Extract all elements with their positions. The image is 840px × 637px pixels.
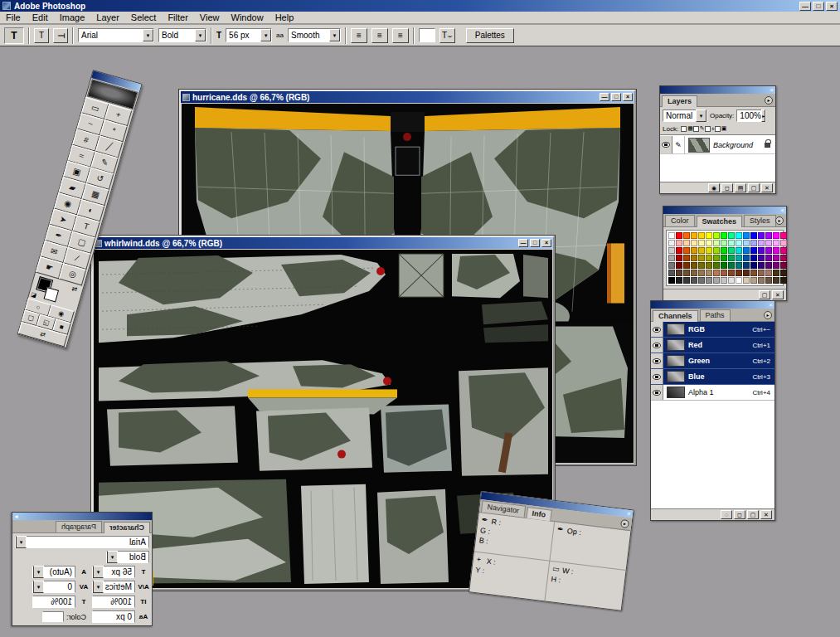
swatch-4-8[interactable] <box>728 262 735 269</box>
swatch-6-12[interactable] <box>758 277 765 284</box>
swatch-6-4[interactable] <box>698 277 705 284</box>
swatch-5-8[interactable] <box>728 270 735 276</box>
swatch-3-13[interactable] <box>765 255 772 261</box>
swatch-3-4[interactable] <box>698 255 705 261</box>
swatch-5-12[interactable] <box>758 270 765 276</box>
palette-titlebar[interactable]: × <box>660 86 775 94</box>
swatch-5-0[interactable] <box>668 270 675 276</box>
swatch-6-10[interactable] <box>743 277 750 284</box>
warp-text-button[interactable]: T⌣ <box>439 28 455 43</box>
swatch-4-7[interactable] <box>721 262 727 269</box>
swatch-4-15[interactable] <box>780 262 787 269</box>
swatch-0-1[interactable] <box>676 232 682 239</box>
app-titlebar[interactable]: Adobe Photoshop — □ × <box>0 0 840 12</box>
swatch-3-11[interactable] <box>750 255 757 261</box>
swatch-0-3[interactable] <box>691 232 697 239</box>
lock-position-checkbox[interactable] <box>705 126 711 132</box>
swatch-6-8[interactable] <box>728 277 735 284</box>
swatch-4-0[interactable] <box>668 262 675 269</box>
font-size-select[interactable]: 56 px▼ <box>226 28 272 42</box>
swatch-5-10[interactable] <box>743 270 750 276</box>
menu-item-file[interactable]: File <box>0 12 27 22</box>
swatch-6-5[interactable] <box>706 277 712 284</box>
swatch-2-3[interactable] <box>691 247 697 254</box>
menu-item-help[interactable]: Help <box>269 12 300 22</box>
swatch-1-5[interactable] <box>706 240 712 246</box>
align-right-button[interactable]: ≡ <box>392 28 409 43</box>
vertical-type-button[interactable]: T <box>53 28 68 43</box>
swatch-2-2[interactable] <box>683 247 690 254</box>
opacity-input[interactable]: 100%▸ <box>736 109 766 122</box>
menu-item-select[interactable]: Select <box>125 12 163 22</box>
channel-row-green[interactable]: GreenCtrl+2 <box>651 353 774 369</box>
load-channel-selection-icon[interactable]: ◌ <box>721 510 732 519</box>
swatch-1-14[interactable] <box>773 240 779 246</box>
tab-color[interactable]: Color <box>665 215 695 226</box>
delete-layer-icon[interactable]: ✕ <box>761 183 773 192</box>
type-color-swatch[interactable] <box>419 28 435 42</box>
swatch-2-7[interactable] <box>721 247 727 254</box>
swatch-1-15[interactable] <box>780 240 787 246</box>
swatch-2-0[interactable] <box>668 247 675 254</box>
char-vertical-scale-input[interactable]: 100% <box>92 596 135 608</box>
swatch-3-5[interactable] <box>706 255 712 261</box>
collapse-arrow-icon[interactable]: ▸ <box>12 513 20 520</box>
swatch-4-14[interactable] <box>773 262 779 269</box>
new-layer-icon[interactable]: ▢ <box>748 183 760 192</box>
minimize-button[interactable]: — <box>600 93 609 101</box>
tab-layers[interactable]: Layers <box>662 95 697 107</box>
swatch-1-10[interactable] <box>743 240 750 246</box>
swatch-2-6[interactable] <box>713 247 720 254</box>
swatch-0-0[interactable] <box>668 232 675 239</box>
swatch-3-2[interactable] <box>683 255 690 261</box>
palette-menu-icon[interactable]: ▸ <box>765 96 773 105</box>
swatch-4-5[interactable] <box>706 262 712 269</box>
swatch-2-5[interactable] <box>706 247 712 254</box>
swatch-5-6[interactable] <box>713 270 720 276</box>
maximize-button[interactable]: □ <box>813 2 824 11</box>
swap-colors-icon[interactable]: ⇄ <box>70 284 78 293</box>
swatch-1-2[interactable] <box>683 240 690 246</box>
swatch-1-0[interactable] <box>668 240 675 246</box>
maximize-button[interactable]: □ <box>530 239 540 247</box>
delete-swatch-icon[interactable]: ✕ <box>772 290 784 299</box>
swatch-0-9[interactable] <box>736 232 742 239</box>
text-color-swatch[interactable] <box>42 611 64 622</box>
swatch-1-11[interactable] <box>750 240 757 246</box>
document-titlebar[interactable]: hurricane.dds @ 66,7% (RGB) — □ × <box>181 91 634 103</box>
swatch-1-8[interactable] <box>728 240 735 246</box>
visibility-toggle[interactable] <box>651 322 663 337</box>
swatch-4-11[interactable] <box>750 262 757 269</box>
swatch-1-13[interactable] <box>765 240 772 246</box>
swatch-5-13[interactable] <box>765 270 772 276</box>
visibility-toggle[interactable] <box>651 353 663 368</box>
visibility-toggle[interactable] <box>651 385 663 400</box>
palette-titlebar[interactable]: × <box>663 207 786 214</box>
close-button[interactable]: × <box>623 93 633 101</box>
swatch-6-14[interactable] <box>773 277 779 284</box>
swatch-2-4[interactable] <box>698 247 705 254</box>
char-font-size-select[interactable]: 56 px▼ <box>92 566 135 578</box>
tool-preset-button[interactable]: T <box>4 27 24 44</box>
swatch-2-8[interactable] <box>728 247 735 254</box>
swatch-2-12[interactable] <box>758 247 765 254</box>
char-leading-select[interactable]: (Auto)▼ <box>32 566 75 578</box>
swatch-2-14[interactable] <box>773 247 779 254</box>
close-icon[interactable]: × <box>767 302 774 309</box>
swatch-0-13[interactable] <box>765 232 772 239</box>
swatch-5-15[interactable] <box>780 270 787 276</box>
swatch-2-11[interactable] <box>750 247 757 254</box>
swatch-3-9[interactable] <box>736 255 742 261</box>
swatch-5-9[interactable] <box>736 270 742 276</box>
minimize-button[interactable]: — <box>799 2 811 11</box>
swatch-2-1[interactable] <box>676 247 682 254</box>
new-channel-icon[interactable]: ▢ <box>747 510 759 519</box>
close-icon[interactable]: × <box>768 87 775 94</box>
swatch-6-2[interactable] <box>683 277 690 284</box>
char-tracking-select[interactable]: 0▼ <box>32 581 75 593</box>
swatch-5-11[interactable] <box>750 270 757 276</box>
font-family-select[interactable]: Arial▼ <box>78 28 154 42</box>
swatch-6-3[interactable] <box>691 277 697 284</box>
save-selection-icon[interactable]: ◻ <box>734 510 745 519</box>
channel-row-blue[interactable]: BlueCtrl+3 <box>651 369 774 385</box>
